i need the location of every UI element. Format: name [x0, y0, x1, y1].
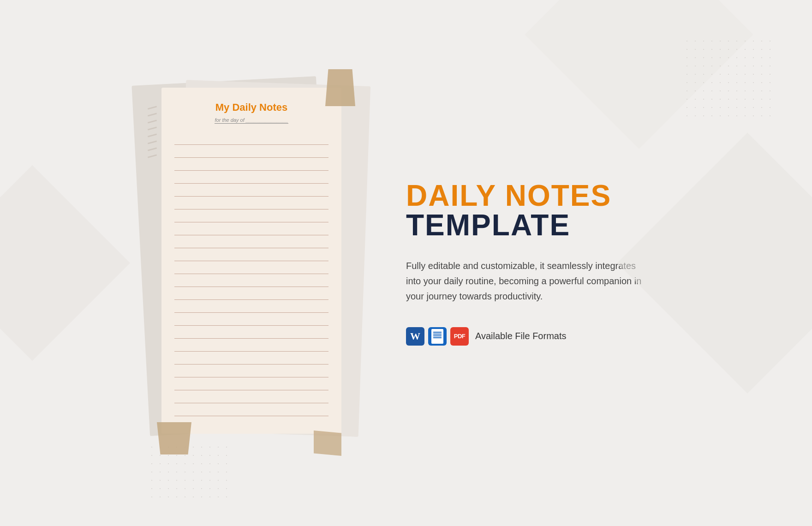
- notebook-line: [174, 274, 328, 287]
- notebook-lines: [174, 132, 328, 416]
- pdf-icon: PDF: [450, 327, 469, 346]
- notebook-line: [174, 158, 328, 171]
- title-daily-notes: DAILY NOTES: [406, 181, 664, 210]
- notebook-line: [174, 132, 328, 145]
- notebook-line: [174, 248, 328, 261]
- notebook-preview: My Daily Notes for the day of __________…: [148, 74, 369, 452]
- format-icons: PDF: [406, 327, 469, 346]
- file-formats-section: PDF Available File Formats: [406, 327, 664, 346]
- tape-bottom-left: [157, 422, 191, 454]
- notebook-line: [174, 326, 328, 339]
- notebook-line: [174, 184, 328, 197]
- docs-icon: [428, 327, 447, 346]
- deco-line: [148, 106, 157, 109]
- notebook-line: [174, 403, 328, 416]
- word-icon: [406, 327, 424, 346]
- notebook-subtitle-text: for the day of _______________: [215, 117, 288, 124]
- notebook-title: My Daily Notes: [174, 102, 328, 114]
- notebook-line: [174, 235, 328, 248]
- formats-label: Available File Formats: [475, 331, 566, 341]
- notebook-line: [174, 261, 328, 274]
- notebook-line: [174, 352, 328, 365]
- main-container: My Daily Notes for the day of __________…: [0, 0, 812, 526]
- deco-line: [148, 140, 157, 144]
- deco-line: [148, 133, 157, 137]
- notebook-line: [174, 171, 328, 184]
- notebook-line: [174, 197, 328, 209]
- notebook-line: [174, 313, 328, 326]
- notebook-line: [174, 209, 328, 222]
- tape-top-right: [325, 69, 355, 106]
- notebook-line: [174, 390, 328, 403]
- notebook-line: [174, 377, 328, 390]
- notebook-line: [174, 339, 328, 352]
- deco-line: [148, 147, 157, 151]
- notebook-main-page: My Daily Notes for the day of __________…: [161, 88, 341, 434]
- notebook-line: [174, 145, 328, 158]
- notebook-line: [174, 287, 328, 300]
- notebook-line: [174, 300, 328, 313]
- tape-bottom-right: [314, 430, 341, 456]
- deco-line: [148, 120, 157, 123]
- deco-line: [148, 113, 157, 116]
- title-template: TEMPLATE: [406, 210, 664, 240]
- description-text: Fully editable and customizable, it seam…: [406, 258, 646, 304]
- notebook-line: [174, 365, 328, 377]
- decorative-lines: [148, 102, 161, 286]
- notebook-subtitle: for the day of _______________: [174, 117, 328, 123]
- docs-icon-inner: [431, 329, 443, 344]
- info-panel: DAILY NOTES TEMPLATE Fully editable and …: [406, 172, 664, 355]
- deco-line: [148, 154, 157, 158]
- deco-line: [148, 126, 157, 130]
- notebook-line: [174, 222, 328, 235]
